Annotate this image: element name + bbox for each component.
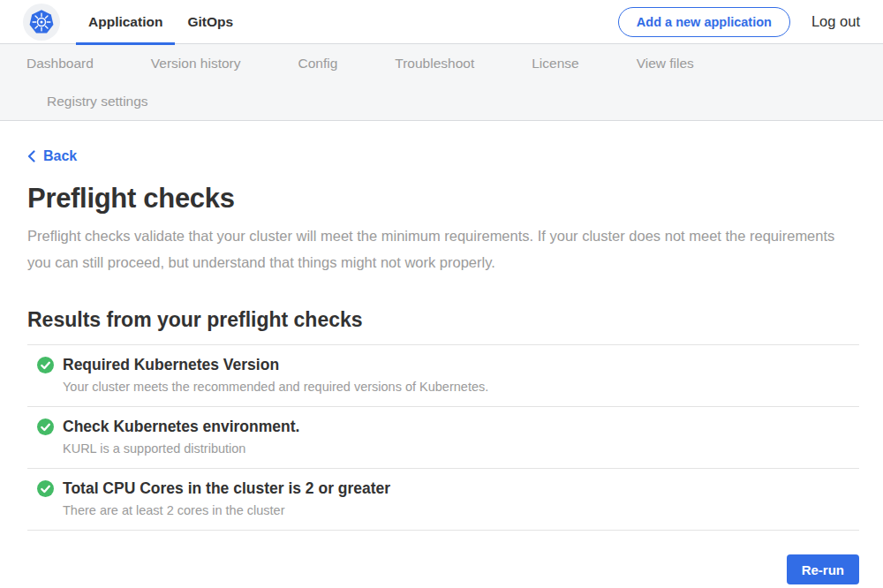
tab-application-label: Application <box>88 14 162 30</box>
page-title: Preflight checks <box>27 183 859 215</box>
subnav-item-version-history[interactable]: Version history <box>151 56 241 72</box>
subnav-item-view-files[interactable]: View files <box>637 56 694 72</box>
rerun-button[interactable]: Re-run <box>787 554 859 584</box>
preflight-page: Back Preflight checks Preflight checks v… <box>0 121 883 588</box>
subnav-item-troubleshoot[interactable]: Troubleshoot <box>395 56 474 72</box>
check-pass-icon <box>37 357 54 373</box>
footer-actions: Re-run <box>27 554 859 584</box>
check-text: Required Kubernetes Version Your cluster… <box>63 356 488 396</box>
tab-application[interactable]: Application <box>76 0 175 44</box>
kubernetes-logo[interactable] <box>23 4 60 41</box>
check-row-kubernetes-environment: Check Kubernetes environment. KURL is a … <box>27 407 859 469</box>
preflight-check-list: Required Kubernetes Version Your cluster… <box>27 344 859 531</box>
active-tab-underline <box>76 42 175 45</box>
check-detail: Your cluster meets the recommended and r… <box>63 379 488 396</box>
add-new-application-button[interactable]: Add a new application <box>618 7 790 37</box>
back-link-label: Back <box>43 148 77 164</box>
subnav-item-registry-settings[interactable]: Registry settings <box>47 94 148 109</box>
check-detail: There are at least 2 cores in the cluste… <box>63 502 390 519</box>
check-row-cpu-cores: Total CPU Cores in the cluster is 2 or g… <box>27 469 859 531</box>
page-description: Preflight checks validate that your clus… <box>27 222 840 275</box>
check-pass-icon <box>37 480 54 497</box>
check-title: Required Kubernetes Version <box>63 356 488 374</box>
subnav-item-config[interactable]: Config <box>298 56 338 72</box>
tab-gitops-label: GitOps <box>187 14 233 30</box>
chevron-left-icon <box>27 150 35 162</box>
check-title: Total CPU Cores in the cluster is 2 or g… <box>63 479 390 498</box>
back-link[interactable]: Back <box>27 148 77 164</box>
tab-gitops[interactable]: GitOps <box>175 0 245 44</box>
subnav-row-1: Dashboard Version history Config Trouble… <box>0 44 883 82</box>
top-nav: Application GitOps Add a new application… <box>0 0 883 44</box>
check-detail: KURL is a supported distribution <box>63 441 299 457</box>
check-pass-icon <box>37 418 54 435</box>
check-title: Check Kubernetes environment. <box>63 418 299 436</box>
app-subnav: Dashboard Version history Config Trouble… <box>0 44 883 121</box>
check-text: Total CPU Cores in the cluster is 2 or g… <box>63 479 390 519</box>
primary-tabs: Application GitOps <box>76 0 245 44</box>
check-row-kubernetes-version: Required Kubernetes Version Your cluster… <box>27 345 859 407</box>
subnav-item-dashboard[interactable]: Dashboard <box>26 56 94 72</box>
results-heading: Results from your preflight checks <box>27 308 859 332</box>
subnav-item-license[interactable]: License <box>532 56 578 72</box>
logout-link[interactable]: Log out <box>811 13 860 30</box>
check-text: Check Kubernetes environment. KURL is a … <box>63 418 299 457</box>
kubernetes-logo-icon <box>28 9 55 35</box>
subnav-row-2: Registry settings <box>0 82 883 120</box>
